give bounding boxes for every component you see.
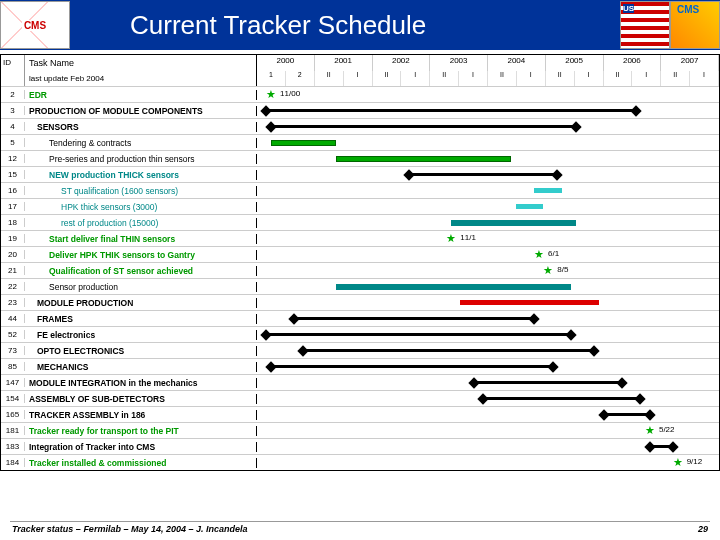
gantt-bar <box>336 156 512 162</box>
row-id: 18 <box>1 218 25 227</box>
row-id: 21 <box>1 266 25 275</box>
milestone-label: 5/22 <box>659 425 675 434</box>
row-timeline <box>257 151 719 167</box>
row-timeline <box>257 183 719 199</box>
row-id: 73 <box>1 346 25 355</box>
row-timeline <box>257 359 719 375</box>
row-id: 181 <box>1 426 25 435</box>
gantt-bar <box>451 220 576 226</box>
row-id: 15 <box>1 170 25 179</box>
gantt-bar <box>604 413 650 416</box>
gantt-bar <box>516 204 544 209</box>
year-header: 2007 <box>661 55 719 71</box>
row-timeline <box>257 439 719 455</box>
row-name: Deliver HPK THIK sensors to Gantry <box>25 250 257 260</box>
gantt-row: 17HPK thick sensors (3000) <box>1 198 719 214</box>
last-update: last update Feb 2004 <box>25 71 257 86</box>
year-header: 2002 <box>373 55 431 71</box>
row-id: 3 <box>1 106 25 115</box>
milestone-star-icon: ★ <box>543 264 553 277</box>
gantt-row: 21Qualification of ST sensor achieved★8/… <box>1 262 719 278</box>
row-name: Tendering & contracts <box>25 138 257 148</box>
gantt-chart: ID Task Name 200020012002200320042005200… <box>0 54 720 471</box>
row-id: 20 <box>1 250 25 259</box>
col-id: ID <box>1 55 25 71</box>
year-header: 2006 <box>604 55 662 71</box>
gantt-row: 154ASSEMBLY OF SUB-DETECTORS <box>1 390 719 406</box>
row-id: 12 <box>1 154 25 163</box>
gantt-row: 3PRODUCTION OF MODULE COMPONENTS <box>1 102 719 118</box>
milestone-star-icon: ★ <box>645 424 655 437</box>
row-timeline <box>257 215 719 231</box>
half-header: II <box>661 71 690 86</box>
gantt-bar <box>409 173 557 176</box>
gantt-bar <box>271 365 553 368</box>
milestone-label: 11/1 <box>460 233 476 242</box>
row-id: 17 <box>1 202 25 211</box>
gantt-bar <box>271 125 576 128</box>
milestone-label: 9/12 <box>687 457 703 466</box>
gantt-row: 12Pre-series and production thin sensors <box>1 150 719 166</box>
col-name: Task Name <box>25 55 257 71</box>
year-header: 2005 <box>546 55 604 71</box>
row-name: MODULE INTEGRATION in the mechanics <box>25 378 257 388</box>
half-header: 2 <box>286 71 315 86</box>
half-header: I <box>632 71 661 86</box>
row-timeline <box>257 407 719 423</box>
row-name: TRACKER ASSEMBLY in 186 <box>25 410 257 420</box>
row-name: FRAMES <box>25 314 257 324</box>
gantt-bar <box>534 188 562 193</box>
year-header: 2001 <box>315 55 373 71</box>
row-name: PRODUCTION OF MODULE COMPONENTS <box>25 106 257 116</box>
year-header: 2004 <box>488 55 546 71</box>
gantt-row: 23MODULE PRODUCTION <box>1 294 719 310</box>
gantt-row: 147MODULE INTEGRATION in the mechanics <box>1 374 719 390</box>
footer-left: Tracker status – Fermilab – May 14, 2004… <box>12 524 247 534</box>
row-timeline <box>257 295 719 311</box>
row-name: HPK thick sensors (3000) <box>25 202 257 212</box>
row-timeline <box>257 199 719 215</box>
row-name: Start deliver final THIN sensors <box>25 234 257 244</box>
half-header: II <box>430 71 459 86</box>
half-header: I <box>690 71 719 86</box>
gantt-row: 22Sensor production <box>1 278 719 294</box>
row-id: 165 <box>1 410 25 419</box>
gantt-header-years: ID Task Name 200020012002200320042005200… <box>1 55 719 71</box>
gantt-row: 183Integration of Tracker into CMS <box>1 438 719 454</box>
cms-logo-left: CMS <box>0 1 70 49</box>
footer-page: 29 <box>698 524 708 534</box>
half-header: II <box>373 71 402 86</box>
row-id: 4 <box>1 122 25 131</box>
gantt-bar <box>483 397 640 400</box>
half-header: II <box>488 71 517 86</box>
row-name: EDR <box>25 90 257 100</box>
year-header: 2003 <box>430 55 488 71</box>
row-timeline <box>257 343 719 359</box>
milestone-star-icon: ★ <box>266 88 276 101</box>
half-header: II <box>315 71 344 86</box>
row-name: ST qualification (1600 sensors) <box>25 186 257 196</box>
row-id: 183 <box>1 442 25 451</box>
row-name: Integration of Tracker into CMS <box>25 442 257 452</box>
gantt-bar <box>266 109 636 112</box>
gantt-row: 15NEW production THICK sensors <box>1 166 719 182</box>
milestone-star-icon: ★ <box>534 248 544 261</box>
row-timeline <box>257 167 719 183</box>
half-header: I <box>517 71 546 86</box>
row-id: 184 <box>1 458 25 467</box>
gantt-header-halves: last update Feb 2004 12IIIIIIIIIIIIIIIII… <box>1 71 719 86</box>
row-name: MECHANICS <box>25 362 257 372</box>
row-name: Qualification of ST sensor achieved <box>25 266 257 276</box>
milestone-label: 11/00 <box>280 89 300 98</box>
row-name: SENSORS <box>25 122 257 132</box>
row-name: Tracker ready for transport to the PIT <box>25 426 257 436</box>
row-id: 85 <box>1 362 25 371</box>
row-id: 147 <box>1 378 25 387</box>
gantt-row: 20Deliver HPK THIK sensors to Gantry★6/1 <box>1 246 719 262</box>
half-header: II <box>546 71 575 86</box>
row-id: 5 <box>1 138 25 147</box>
row-name: Sensor production <box>25 282 257 292</box>
half-header: I <box>401 71 430 86</box>
half-header: II <box>604 71 633 86</box>
slide-footer: Tracker status – Fermilab – May 14, 2004… <box>0 524 720 534</box>
